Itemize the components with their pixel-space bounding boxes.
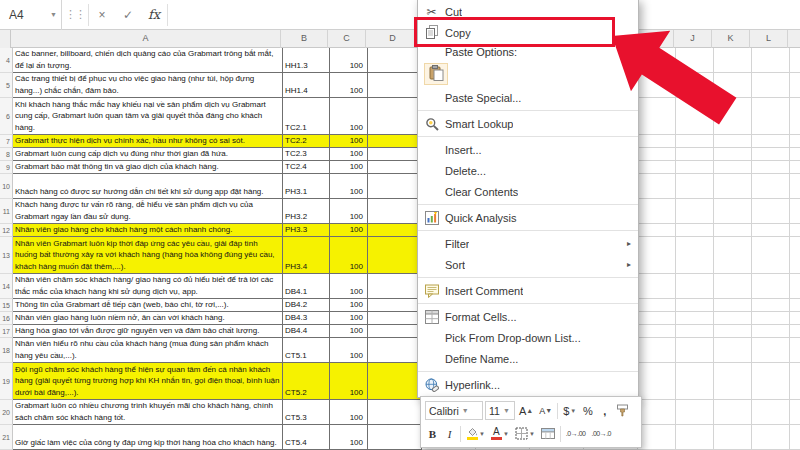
cell-I7[interactable] xyxy=(638,135,676,148)
column-header-K[interactable]: K xyxy=(712,30,750,48)
cancel-button[interactable]: × xyxy=(89,0,115,30)
cell-D21[interactable] xyxy=(368,425,422,450)
cell-x12[interactable] xyxy=(790,224,800,237)
accounting-format-button[interactable]: $▼ xyxy=(561,401,578,420)
cell-I18[interactable] xyxy=(638,338,676,363)
row-header-12[interactable]: 12 xyxy=(0,224,13,237)
cell-B19[interactable]: CT5.2 xyxy=(283,363,330,400)
cell-K14[interactable] xyxy=(714,274,752,299)
cell-x16[interactable] xyxy=(790,312,800,325)
cell-C14[interactable]: 100 xyxy=(330,274,368,299)
cell-K7[interactable] xyxy=(714,135,752,148)
cell-C16[interactable]: 100 xyxy=(330,312,368,325)
cell-K20[interactable] xyxy=(714,400,752,425)
cell-J20[interactable] xyxy=(676,400,714,425)
cell-J11[interactable] xyxy=(676,199,714,224)
cell-D9[interactable] xyxy=(368,161,422,174)
cell-x14[interactable] xyxy=(790,274,800,299)
row-header-5[interactable]: 5 xyxy=(0,73,13,98)
cell-D16[interactable] xyxy=(368,312,422,325)
cell-I17[interactable] xyxy=(638,325,676,338)
cell-D5[interactable] xyxy=(368,73,422,98)
menu-item-delete[interactable]: Delete... xyxy=(418,160,638,181)
cell-D10[interactable] xyxy=(368,174,422,199)
cell-K8[interactable] xyxy=(714,148,752,161)
cell-A16[interactable]: Nhân viên giao hàng luôn niềm nở, ân cần… xyxy=(13,312,283,325)
cell-D6[interactable] xyxy=(368,98,422,135)
cell-B9[interactable]: TC2.4 xyxy=(283,161,330,174)
cell-A13[interactable]: Nhân viên Grabmart luôn kịp thời đáp ứng… xyxy=(13,237,283,274)
select-all-corner[interactable] xyxy=(0,30,11,48)
cell-L8[interactable] xyxy=(752,148,790,161)
cell-B12[interactable]: PH3.3 xyxy=(283,224,330,237)
cell-I11[interactable] xyxy=(638,199,676,224)
column-header-C[interactable]: C xyxy=(328,30,366,48)
cell-K19[interactable] xyxy=(714,363,752,400)
cell-K13[interactable] xyxy=(714,237,752,274)
cell-L19[interactable] xyxy=(752,363,790,400)
row-header-20[interactable]: 20 xyxy=(0,400,13,425)
cell-C12[interactable]: 100 xyxy=(330,224,368,237)
column-header-J[interactable]: J xyxy=(674,30,712,48)
cell-L16[interactable] xyxy=(752,312,790,325)
cell-I4[interactable] xyxy=(638,48,676,73)
cell-L10[interactable] xyxy=(752,174,790,199)
cell-B14[interactable]: DB4.1 xyxy=(283,274,330,299)
row-header-16[interactable]: 16 xyxy=(0,312,13,325)
cell-I15[interactable] xyxy=(638,299,676,312)
cell-L15[interactable] xyxy=(752,299,790,312)
cell-I12[interactable] xyxy=(638,224,676,237)
cell-C5[interactable]: 100 xyxy=(330,73,368,98)
cell-J21[interactable] xyxy=(676,425,714,450)
name-box[interactable]: A4 ▼ xyxy=(0,0,62,30)
cell-A8[interactable]: Grabmart luôn cung cấp dịch vụ đúng như … xyxy=(13,148,283,161)
cell-B13[interactable]: PH3.4 xyxy=(283,237,330,274)
column-header-I[interactable]: I xyxy=(636,30,674,48)
cell-A4[interactable]: Các banner, billboard, chiến dịch quảng … xyxy=(13,48,283,73)
name-box-caret-icon[interactable]: ▼ xyxy=(50,11,57,18)
cell-K12[interactable] xyxy=(714,224,752,237)
paste-button[interactable] xyxy=(424,63,448,85)
cell-C21[interactable]: 100 xyxy=(330,425,368,450)
cell-I8[interactable] xyxy=(638,148,676,161)
cell-x5[interactable] xyxy=(790,73,800,98)
cell-L4[interactable] xyxy=(752,48,790,73)
cell-x7[interactable] xyxy=(790,135,800,148)
cell-C13[interactable]: 100 xyxy=(330,237,368,274)
comma-style-button[interactable]: , xyxy=(597,401,612,420)
cell-J17[interactable] xyxy=(676,325,714,338)
cell-x8[interactable] xyxy=(790,148,800,161)
cell-x17[interactable] xyxy=(790,325,800,338)
menu-item-cut[interactable]: ✂Cut xyxy=(418,1,638,22)
decrease-font-size-button[interactable]: A▼ xyxy=(537,401,554,420)
row-header-21[interactable]: 21 xyxy=(0,425,13,450)
cell-x9[interactable] xyxy=(790,161,800,174)
cell-L7[interactable] xyxy=(752,135,790,148)
cell-A6[interactable]: Khi khách hàng thắc mắc hay khiếu nại về… xyxy=(13,98,283,135)
font-size-select[interactable]: 11 ▼ xyxy=(485,401,515,420)
row-header-13[interactable]: 13 xyxy=(0,237,13,274)
merge-center-button[interactable] xyxy=(539,424,557,443)
cell-L5[interactable] xyxy=(752,73,790,98)
cell-K18[interactable] xyxy=(714,338,752,363)
menu-item-hyperlink[interactable]: Hyperlink... xyxy=(418,374,638,395)
column-header-A[interactable]: A xyxy=(11,30,281,48)
cell-A14[interactable]: Nhân viên chăm sóc khách hàng/ giao hàng… xyxy=(13,274,283,299)
cell-K16[interactable] xyxy=(714,312,752,325)
cell-L11[interactable] xyxy=(752,199,790,224)
cell-A12[interactable]: Nhân viên giao hàng cho khách hàng một c… xyxy=(13,224,283,237)
cell-J7[interactable] xyxy=(676,135,714,148)
cell-J10[interactable] xyxy=(676,174,714,199)
cell-C19[interactable]: 100 xyxy=(330,363,368,400)
cell-C20[interactable]: 100 xyxy=(330,400,368,425)
row-header-11[interactable]: 11 xyxy=(0,199,13,224)
decrease-decimal-button[interactable]: .00→.0 xyxy=(589,424,613,443)
cell-J9[interactable] xyxy=(676,161,714,174)
row-header-15[interactable]: 15 xyxy=(0,299,13,312)
format-painter-icon[interactable] xyxy=(614,401,631,420)
cell-B5[interactable]: HH1.4 xyxy=(283,73,330,98)
menu-item-smart-lookup[interactable]: Smart Lookup xyxy=(418,113,638,134)
cell-J6[interactable] xyxy=(676,98,714,135)
cell-D17[interactable] xyxy=(368,325,422,338)
cell-C17[interactable]: 100 xyxy=(330,325,368,338)
